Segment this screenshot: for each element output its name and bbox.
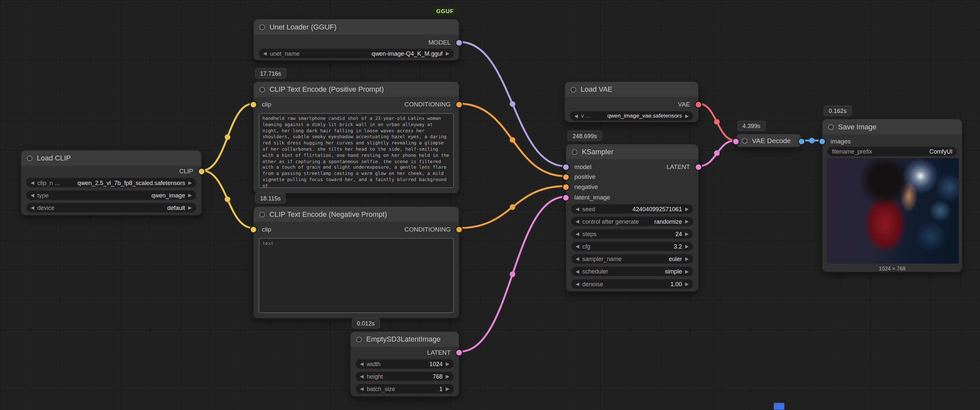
widget-label: height — [367, 373, 383, 380]
output-slot-conditioning[interactable] — [456, 226, 462, 232]
collapse-dot-icon[interactable] — [742, 138, 748, 143]
next-arrow-icon[interactable]: ▶ — [188, 205, 192, 210]
widget-value: qwen_image — [151, 192, 185, 199]
prev-arrow-icon[interactable]: ◀ — [263, 51, 267, 56]
widget-clip-name[interactable]: ◀ clip_n ... qwen_2.5_vl_7b_fp8_scaled.s… — [26, 178, 196, 188]
prev-arrow-icon[interactable]: ◀ — [360, 373, 364, 379]
next-arrow-icon[interactable]: ▶ — [685, 113, 689, 118]
node-graph-canvas[interactable]: Load CLIP CLIP ◀ clip_n ... qwen_2.5_vl_… — [0, 0, 980, 410]
next-arrow-icon[interactable]: ▶ — [445, 51, 449, 56]
prev-arrow-icon[interactable]: ◀ — [576, 256, 579, 261]
input-slot-label: clip — [262, 101, 271, 108]
node-titlebar[interactable]: Load VAE — [565, 82, 698, 97]
node-vae-decode[interactable]: 4.399s VAE Decode — [736, 133, 802, 147]
next-arrow-icon[interactable]: ▶ — [685, 231, 689, 237]
next-arrow-icon[interactable]: ▶ — [188, 180, 192, 185]
collapsed-input-slot[interactable] — [733, 138, 738, 144]
output-slot-vae[interactable] — [695, 102, 701, 107]
output-image-preview[interactable] — [827, 158, 959, 264]
input-slot-model[interactable] — [563, 164, 569, 170]
prev-arrow-icon[interactable]: ◀ — [576, 231, 579, 237]
collapse-dot-icon[interactable] — [259, 24, 265, 29]
next-arrow-icon[interactable]: ▶ — [188, 192, 192, 198]
next-arrow-icon[interactable]: ▶ — [685, 206, 689, 211]
widget-scheduler[interactable]: ◀ scheduler simple ▶ — [571, 267, 693, 276]
node-titlebar[interactable]: Unet Loader (GGUF) — [254, 19, 459, 34]
node-titlebar[interactable]: KSampler — [566, 145, 698, 159]
input-slot-negative[interactable] — [563, 184, 569, 190]
prev-arrow-icon[interactable]: ◀ — [576, 206, 579, 211]
widget-device[interactable]: ◀ device default ▶ — [26, 203, 196, 212]
widget-cfg[interactable]: ◀ cfg 3.2 ▶ — [571, 242, 693, 251]
prev-arrow-icon[interactable]: ◀ — [360, 361, 364, 366]
prev-arrow-icon[interactable]: ◀ — [30, 180, 34, 185]
widget-vae-name[interactable]: ◀ v ... qwen_image_vae.safetensors ▶ — [570, 111, 693, 121]
output-slot-image[interactable] — [799, 138, 804, 144]
node-titlebar[interactable]: EmptySD3LatentImage — [351, 332, 459, 347]
prev-arrow-icon[interactable]: ◀ — [576, 268, 579, 274]
widget-filename-prefix[interactable]: filename_prefix ComfyUI — [828, 146, 957, 156]
output-slot-conditioning[interactable] — [456, 102, 462, 107]
node-clip-text-encode-positive[interactable]: 17.716s CLIP Text Encode (Positive Promp… — [253, 81, 459, 194]
node-clip-text-encode-negative[interactable]: 18.115s CLIP Text Encode (Negative Promp… — [253, 206, 459, 318]
widget-type[interactable]: ◀ type qwen_image ▶ — [26, 190, 196, 200]
node-titlebar[interactable]: Load CLIP — [21, 151, 201, 166]
collapse-dot-icon[interactable] — [259, 86, 265, 92]
widget-denoise[interactable]: ◀ denoise 1.00 ▶ — [571, 279, 693, 289]
next-arrow-icon[interactable]: ▶ — [685, 243, 689, 249]
minimized-blue-node[interactable] — [773, 403, 784, 410]
next-arrow-icon[interactable]: ▶ — [445, 361, 449, 366]
widget-sampler-name[interactable]: ◀ sampler_name euler ▶ — [571, 254, 693, 263]
input-slot-images[interactable] — [819, 138, 825, 144]
node-title: KSampler — [582, 148, 613, 156]
input-slot-latent-image[interactable] — [563, 194, 569, 200]
collapse-dot-icon[interactable] — [571, 86, 576, 92]
collapse-dot-icon[interactable] — [572, 149, 578, 154]
next-arrow-icon[interactable]: ▶ — [445, 373, 449, 379]
prev-arrow-icon[interactable]: ◀ — [576, 218, 579, 224]
next-arrow-icon[interactable]: ▶ — [685, 281, 689, 286]
node-load-clip[interactable]: Load CLIP CLIP ◀ clip_n ... qwen_2.5_vl_… — [21, 150, 202, 216]
widget-control-after-generate[interactable]: ◀ control after generate randomize ▶ — [571, 216, 693, 226]
input-slot-clip[interactable] — [251, 226, 256, 232]
prev-arrow-icon[interactable]: ◀ — [574, 113, 578, 118]
output-slot-latent[interactable] — [456, 350, 462, 355]
widget-height[interactable]: ◀ height 768 ▶ — [355, 371, 453, 381]
next-arrow-icon[interactable]: ▶ — [685, 256, 689, 261]
prev-arrow-icon[interactable]: ◀ — [360, 386, 364, 391]
node-titlebar[interactable]: CLIP Text Encode (Negative Prompt) — [254, 207, 459, 222]
prev-arrow-icon[interactable]: ◀ — [30, 205, 34, 210]
negative-prompt-textarea[interactable]: text — [259, 238, 454, 313]
input-slot-positive[interactable] — [563, 174, 569, 180]
next-arrow-icon[interactable]: ▶ — [685, 268, 689, 274]
widget-seed[interactable]: ◀ seed 424040992571061 ▶ — [571, 204, 693, 213]
widget-steps[interactable]: ◀ steps 24 ▶ — [571, 229, 693, 238]
widget-value: randomize — [654, 218, 682, 225]
next-arrow-icon[interactable]: ▶ — [445, 386, 449, 391]
collapse-dot-icon[interactable] — [356, 336, 362, 342]
prev-arrow-icon[interactable]: ◀ — [30, 192, 34, 198]
output-slot-model[interactable] — [456, 40, 462, 45]
collapse-dot-icon[interactable] — [259, 211, 265, 217]
widget-width[interactable]: ◀ width 1024 ▶ — [355, 359, 453, 369]
node-unet-loader-gguf[interactable]: GGUF Unet Loader (GGUF) MODEL ◀ unet_nam… — [253, 19, 459, 60]
collapse-dot-icon[interactable] — [828, 124, 834, 130]
input-slot-clip[interactable] — [251, 102, 256, 107]
node-ksampler[interactable]: 248.699s KSampler model LATENT positive … — [566, 144, 698, 292]
node-save-image[interactable]: 0.162s Save Image images filename_prefix… — [822, 119, 962, 272]
output-slot-latent[interactable] — [695, 164, 701, 170]
prev-arrow-icon[interactable]: ◀ — [576, 281, 579, 286]
prev-arrow-icon[interactable]: ◀ — [576, 243, 579, 249]
positive-prompt-textarea[interactable]: handheld raw smartphone candid shot of a… — [259, 113, 454, 188]
execution-time-badge: 4.399s — [738, 121, 765, 131]
node-titlebar[interactable]: CLIP Text Encode (Positive Prompt) — [254, 82, 459, 97]
execution-time-badge: 0.012s — [352, 318, 380, 329]
node-load-vae[interactable]: Load VAE VAE ◀ v ... qwen_image_vae.safe… — [564, 81, 698, 122]
output-slot-clip[interactable] — [199, 168, 204, 174]
next-arrow-icon[interactable]: ▶ — [685, 218, 689, 224]
widget-unet-name[interactable]: ◀ unet_name qwen-image-Q4_K_M.gguf ▶ — [259, 48, 454, 58]
collapse-dot-icon[interactable] — [27, 155, 32, 161]
node-titlebar[interactable]: Save Image — [822, 119, 962, 134]
node-empty-sd3-latent-image[interactable]: 0.012s EmptySD3LatentImage LATENT ◀ widt… — [350, 331, 459, 397]
widget-batch-size[interactable]: ◀ batch_size 1 ▶ — [355, 384, 453, 393]
